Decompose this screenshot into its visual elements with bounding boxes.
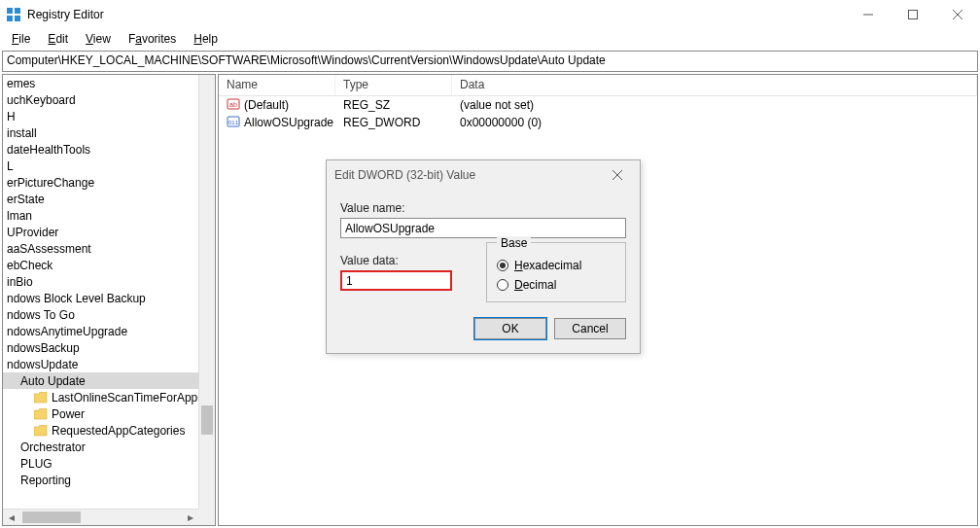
- svg-rect-0: [7, 8, 13, 14]
- tree-item[interactable]: RequestedAppCategories: [3, 422, 198, 439]
- tree-item[interactable]: Power: [3, 405, 198, 422]
- tree-item-label: erState: [7, 193, 45, 206]
- menu-edit[interactable]: Edit: [40, 31, 76, 47]
- tree-item-label: lman: [7, 209, 32, 223]
- reg-sz-icon: ab: [227, 97, 240, 114]
- tree-item-label: L: [7, 159, 14, 173]
- reg-dword-icon: 011: [227, 115, 240, 131]
- list-rows: ab(Default)REG_SZ(value not set)011Allow…: [219, 96, 977, 131]
- menu-edit-rest: dit: [55, 32, 68, 46]
- tree-item[interactable]: aaSAssessment: [3, 240, 198, 257]
- app-icon: [6, 7, 21, 22]
- tree-item[interactable]: ndowsUpdate: [3, 356, 198, 372]
- folder-icon: [34, 408, 48, 420]
- cell-data: (value not set): [452, 98, 977, 112]
- list-row[interactable]: ab(Default)REG_SZ(value not set): [219, 96, 977, 114]
- menu-file[interactable]: File: [4, 31, 38, 47]
- col-header-name[interactable]: Name: [219, 75, 335, 95]
- tree-item[interactable]: ebCheck: [3, 257, 198, 273]
- tree-item-label: ndowsBackup: [7, 341, 80, 355]
- close-button[interactable]: [935, 0, 980, 29]
- menu-fav-rest: vorites: [142, 32, 176, 46]
- tree-item-label: ndowsAnytimeUpgrade: [7, 325, 127, 338]
- cell-data: 0x00000000 (0): [452, 116, 977, 129]
- tree-item[interactable]: UProvider: [3, 224, 198, 240]
- tree-item[interactable]: L: [3, 158, 198, 174]
- app-title: Registry Editor: [27, 8, 104, 21]
- tree-pane: emesuchKeyboardHinstalldateHealthToolsLe…: [2, 74, 216, 526]
- maximize-button[interactable]: [891, 0, 935, 29]
- menu-view-rest: iew: [93, 32, 111, 46]
- vscroll-thumb[interactable]: [201, 405, 213, 435]
- tree-item-label: PLUG: [20, 457, 52, 471]
- value-name-field[interactable]: [340, 218, 626, 238]
- svg-rect-5: [909, 10, 918, 18]
- tree-item-label: erPictureChange: [7, 176, 94, 190]
- tree-item[interactable]: Orchestrator: [3, 439, 198, 455]
- tree-item-label: Reporting: [20, 474, 71, 487]
- tree-item-label: RequestedAppCategories: [52, 424, 185, 438]
- menubar: File Edit View Favorites Help: [0, 29, 980, 49]
- tree-item[interactable]: ndowsAnytimeUpgrade: [3, 323, 198, 339]
- folder-icon: [34, 425, 48, 437]
- ok-button[interactable]: OK: [474, 318, 546, 339]
- menu-help-rest: elp: [202, 32, 218, 46]
- hscroll-right[interactable]: ▸: [182, 510, 198, 525]
- tree-item[interactable]: uchKeyboard: [3, 91, 198, 108]
- menu-favorites[interactable]: Favorites: [121, 31, 184, 47]
- tree-item[interactable]: ndows Block Level Backup: [3, 290, 198, 306]
- cancel-button[interactable]: Cancel: [554, 318, 626, 339]
- dialog-close-button[interactable]: [603, 160, 632, 190]
- tree-item-label: Orchestrator: [20, 440, 86, 454]
- tree-item[interactable]: ndows To Go: [3, 306, 198, 323]
- base-legend: Base: [497, 236, 531, 250]
- hscroll-thumb[interactable]: [22, 511, 81, 523]
- list-row[interactable]: 011AllowOSUpgradeREG_DWORD0x00000000 (0): [219, 114, 977, 131]
- radio-decimal[interactable]: Decimal: [497, 278, 615, 292]
- tree-item[interactable]: erState: [3, 191, 198, 207]
- cell-type: REG_SZ: [335, 98, 452, 112]
- tree-item-label: Power: [52, 407, 85, 421]
- radio-hex-label: Hexadecimal: [514, 259, 581, 272]
- tree-item-label: ndows Block Level Backup: [7, 292, 146, 305]
- tree-item[interactable]: Reporting: [3, 472, 198, 488]
- tree-item-label: Auto Update: [20, 374, 86, 388]
- minimize-button[interactable]: [846, 0, 891, 29]
- tree-item[interactable]: lman: [3, 207, 198, 224]
- tree-item[interactable]: install: [3, 124, 198, 141]
- tree-hscrollbar[interactable]: ◂ ▸: [3, 509, 198, 525]
- tree-item-label: ndows To Go: [7, 308, 75, 322]
- svg-text:011: 011: [228, 120, 239, 125]
- radio-dec-label: Decimal: [514, 278, 556, 292]
- tree-item[interactable]: Auto Update: [3, 372, 198, 389]
- cell-name: AllowOSUpgrade: [244, 116, 333, 129]
- value-data-field[interactable]: [340, 270, 452, 291]
- svg-rect-3: [15, 16, 20, 21]
- tree-item-label: emes: [7, 77, 35, 90]
- tree-item-label: inBio: [7, 275, 33, 289]
- radio-hexadecimal[interactable]: Hexadecimal: [497, 259, 615, 272]
- tree-item[interactable]: inBio: [3, 273, 198, 290]
- col-header-data[interactable]: Data: [452, 75, 977, 95]
- hscroll-left[interactable]: ◂: [3, 510, 19, 525]
- menu-file-rest: ile: [18, 32, 30, 46]
- tree-item[interactable]: LastOnlineScanTimeForAppCateg: [3, 389, 198, 405]
- address-bar[interactable]: Computer\HKEY_LOCAL_MACHINE\SOFTWARE\Mic…: [2, 51, 978, 72]
- tree-item[interactable]: emes: [3, 75, 198, 91]
- titlebar: Registry Editor: [0, 0, 980, 29]
- col-header-type[interactable]: Type: [335, 75, 452, 95]
- tree-vscrollbar[interactable]: [198, 75, 215, 509]
- tree-item-label: install: [7, 126, 37, 140]
- menu-help[interactable]: Help: [186, 31, 226, 47]
- tree-item[interactable]: PLUG: [3, 455, 198, 472]
- dialog-title-text: Edit DWORD (32-bit) Value: [334, 168, 475, 182]
- tree-item[interactable]: H: [3, 108, 198, 124]
- dialog-titlebar[interactable]: Edit DWORD (32-bit) Value: [327, 160, 640, 190]
- tree-item[interactable]: ndowsBackup: [3, 339, 198, 356]
- svg-rect-2: [7, 16, 13, 21]
- menu-view[interactable]: View: [78, 31, 119, 47]
- tree-item[interactable]: erPictureChange: [3, 174, 198, 191]
- edit-dword-dialog: Edit DWORD (32-bit) Value Value name: Va…: [326, 159, 641, 354]
- tree-list[interactable]: emesuchKeyboardHinstalldateHealthToolsLe…: [3, 75, 198, 509]
- tree-item[interactable]: dateHealthTools: [3, 141, 198, 158]
